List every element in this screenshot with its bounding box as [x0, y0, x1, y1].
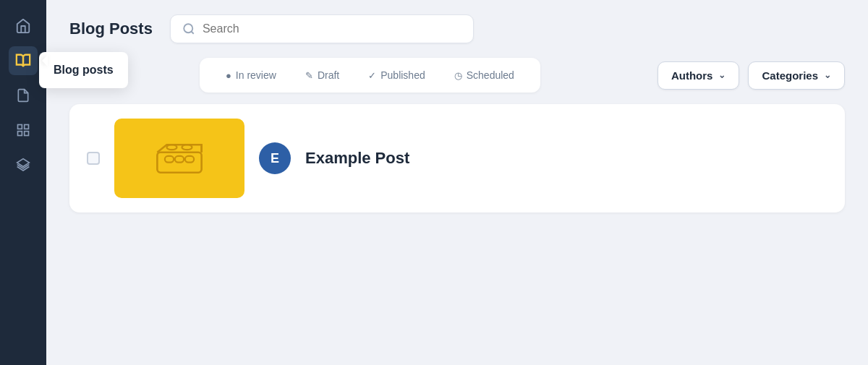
tab-scheduled[interactable]: ◷ Scheduled	[440, 65, 529, 85]
svg-rect-3	[25, 132, 29, 136]
scheduled-icon: ◷	[454, 70, 462, 81]
blog-posts-tooltip[interactable]: Blog posts	[39, 52, 128, 88]
post-list: E Example Post	[46, 104, 868, 212]
draft-icon: ✎	[305, 70, 313, 81]
svg-point-5	[184, 24, 192, 33]
main-content: Blog Posts Blog posts ● In review ✎ Draf…	[46, 0, 868, 365]
layers-nav-item[interactable]	[9, 150, 38, 179]
authors-dropdown[interactable]: Authors ⌄	[658, 61, 740, 90]
tab-in-review[interactable]: ● In review	[211, 65, 291, 85]
header: Blog Posts	[46, 0, 868, 58]
svg-point-9	[167, 145, 177, 150]
tab-draft[interactable]: ✎ Draft	[291, 65, 354, 85]
search-bar[interactable]	[170, 14, 474, 43]
svg-rect-11	[165, 156, 174, 163]
blog-nav-item[interactable]	[9, 46, 38, 75]
categories-chevron-icon: ⌄	[824, 70, 831, 80]
tab-published[interactable]: ✓ Published	[354, 65, 440, 85]
search-icon	[182, 22, 195, 35]
svg-rect-1	[25, 125, 29, 129]
document-nav-item[interactable]	[9, 81, 38, 110]
filter-section: Blog posts ● In review ✎ Draft ✓ Publish…	[46, 58, 868, 93]
categories-dropdown[interactable]: Categories ⌄	[748, 61, 845, 90]
dropdown-buttons: Authors ⌄ Categories ⌄	[658, 61, 845, 90]
post-thumbnail	[114, 119, 244, 198]
svg-rect-2	[18, 132, 22, 136]
page-title: Blog Posts	[69, 20, 153, 38]
post-checkbox[interactable]	[87, 152, 100, 165]
grid-nav-item[interactable]	[9, 116, 38, 145]
search-input[interactable]	[203, 22, 461, 35]
tabs-bar: ● In review ✎ Draft ✓ Published ◷ Schedu…	[200, 58, 540, 93]
avatar: E	[259, 142, 291, 174]
post-title: Example Post	[305, 149, 409, 168]
svg-rect-13	[185, 156, 194, 163]
svg-point-10	[182, 145, 192, 150]
post-thumbnail-icon	[154, 140, 205, 176]
svg-rect-0	[18, 125, 22, 129]
published-icon: ✓	[368, 70, 376, 81]
home-nav-item[interactable]	[9, 12, 38, 40]
in-review-icon: ●	[226, 70, 231, 81]
svg-rect-12	[175, 156, 184, 163]
svg-line-6	[191, 31, 193, 33]
authors-chevron-icon: ⌄	[718, 70, 726, 80]
table-row: E Example Post	[69, 104, 845, 212]
